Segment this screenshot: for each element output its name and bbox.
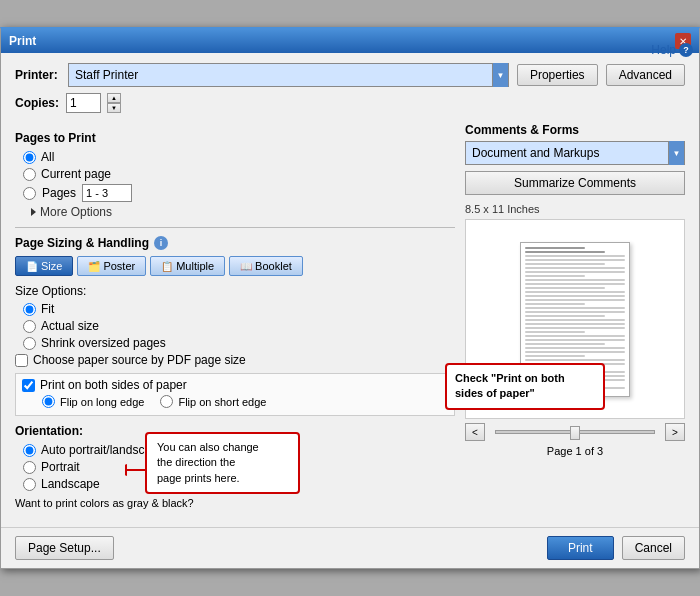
preview-line <box>525 247 585 249</box>
preview-line <box>525 271 625 273</box>
spinner-down[interactable]: ▼ <box>107 103 121 113</box>
flip-long-row: Flip on long edge <box>42 395 144 408</box>
fit-radio[interactable] <box>23 303 36 316</box>
preview-line <box>525 355 585 357</box>
info-icon[interactable]: i <box>154 236 168 250</box>
portrait-label[interactable]: Portrait <box>41 460 80 474</box>
orientation-arrow <box>125 464 149 479</box>
flip-long-radio[interactable] <box>42 395 55 408</box>
preview-line <box>525 263 605 265</box>
pages-to-print-title: Pages to Print <box>15 131 455 145</box>
current-page-label[interactable]: Current page <box>41 167 111 181</box>
pages-to-print-section: Pages to Print All Current page Pages <box>15 131 455 219</box>
dialog-title: Print <box>9 34 36 48</box>
landscape-radio[interactable] <box>23 478 36 491</box>
booklet-icon: 📖 <box>240 261 252 272</box>
main-content: Pages to Print All Current page Pages <box>15 123 685 509</box>
size-options-radio-group: Fit Actual size Shrink oversized pages <box>23 302 455 350</box>
preview-line <box>525 303 585 305</box>
flip-short-row: Flip on short edge <box>160 395 266 408</box>
advanced-button[interactable]: Advanced <box>606 64 685 86</box>
preview-line <box>525 259 625 261</box>
preview-line <box>525 255 625 257</box>
spinner-up[interactable]: ▲ <box>107 93 121 103</box>
gray-question: Want to print colors as gray & black? <box>15 497 455 509</box>
multiple-icon: 📋 <box>161 261 173 272</box>
preview-line <box>525 295 625 297</box>
shrink-radio[interactable] <box>23 337 36 350</box>
summarize-comments-button[interactable]: Summarize Comments <box>465 171 685 195</box>
preview-line <box>525 307 625 309</box>
comments-dropdown-arrow-icon: ▼ <box>668 141 684 165</box>
comments-dropdown[interactable]: Document and Markups ▼ <box>465 141 685 165</box>
slider-thumb[interactable] <box>570 426 580 440</box>
flip-short-radio[interactable] <box>160 395 173 408</box>
pdf-source-label[interactable]: Choose paper source by PDF page size <box>33 353 246 367</box>
pages-radio-group: All Current page Pages <box>23 150 455 219</box>
properties-button[interactable]: Properties <box>517 64 598 86</box>
preview-size-label: 8.5 x 11 Inches <box>465 203 685 215</box>
print-both-sides-checkbox[interactable] <box>22 379 35 392</box>
preview-line <box>525 331 585 333</box>
page-setup-button[interactable]: Page Setup... <box>15 536 114 560</box>
flip-long-label[interactable]: Flip on long edge <box>60 396 144 408</box>
poster-button[interactable]: 🗂️ Poster <box>77 256 146 276</box>
shrink-label[interactable]: Shrink oversized pages <box>41 336 166 350</box>
page-sizing-title: Page Sizing & Handling <box>15 236 149 250</box>
copies-row: Copies: ▲ ▼ <box>15 93 685 113</box>
page-icon: 📄 <box>26 261 38 272</box>
right-panel: Comments & Forms Document and Markups ▼ … <box>465 123 685 509</box>
pages-input[interactable] <box>82 184 132 202</box>
next-page-button[interactable]: > <box>665 423 685 441</box>
multiple-button[interactable]: 📋 Multiple <box>150 256 225 276</box>
preview-line <box>525 343 605 345</box>
preview-line <box>525 267 625 269</box>
print-both-sides-label[interactable]: Print on both sides of paper <box>40 378 187 392</box>
fit-label[interactable]: Fit <box>41 302 54 316</box>
dialog-body: Printer: Staff Printer ▼ Properties Adva… <box>1 53 699 519</box>
landscape-label[interactable]: Landscape <box>41 477 100 491</box>
title-bar: Print ✕ <box>1 29 699 53</box>
more-options[interactable]: More Options <box>31 205 455 219</box>
print-button[interactable]: Print <box>547 536 614 560</box>
copies-input[interactable] <box>66 93 101 113</box>
preview-line <box>525 323 625 325</box>
copies-spinner: ▲ ▼ <box>107 93 121 113</box>
comments-dropdown-value: Document and Markups <box>472 146 599 160</box>
pdf-source-checkbox[interactable] <box>15 354 28 367</box>
preview-line <box>525 359 625 361</box>
bottom-bar: Page Setup... Print Cancel <box>1 527 699 568</box>
booklet-button[interactable]: 📖 Booklet <box>229 256 303 276</box>
portrait-radio[interactable] <box>23 461 36 474</box>
left-panel: Pages to Print All Current page Pages <box>15 123 455 509</box>
page-slider[interactable] <box>495 430 655 434</box>
all-radio[interactable] <box>23 151 36 164</box>
print-dialog: Print ✕ Printer: Staff Printer ▼ Propert… <box>0 27 700 569</box>
all-label[interactable]: All <box>41 150 54 164</box>
auto-portrait-radio[interactable] <box>23 444 36 457</box>
preview-line <box>525 287 605 289</box>
actual-size-label[interactable]: Actual size <box>41 319 99 333</box>
pages-radio[interactable] <box>23 187 36 200</box>
preview-line <box>525 291 625 293</box>
fit-radio-row: Fit <box>23 302 455 316</box>
dropdown-arrow-icon: ▼ <box>492 63 508 87</box>
printer-dropdown[interactable]: Staff Printer ▼ <box>68 63 509 87</box>
preview-line <box>525 279 625 281</box>
current-page-radio[interactable] <box>23 168 36 181</box>
print-both-sides-callout: Check "Print on bothsides of paper" <box>445 363 605 410</box>
actual-size-radio[interactable] <box>23 320 36 333</box>
pages-label[interactable]: Pages <box>42 186 76 200</box>
help-icon[interactable]: ? <box>679 43 693 57</box>
help-label[interactable]: Help <box>651 43 676 57</box>
prev-page-button[interactable]: < <box>465 423 485 441</box>
flip-short-label[interactable]: Flip on short edge <box>178 396 266 408</box>
printer-value: Staff Printer <box>75 68 138 82</box>
cancel-button[interactable]: Cancel <box>622 536 685 560</box>
page-sizing-header: Page Sizing & Handling i <box>15 236 455 250</box>
preview-line <box>525 347 625 349</box>
print-both-sides-row: Print on both sides of paper <box>22 378 448 392</box>
preview-line <box>525 351 625 353</box>
size-button[interactable]: 📄 Size <box>15 256 73 276</box>
action-buttons: Print Cancel <box>547 536 685 560</box>
